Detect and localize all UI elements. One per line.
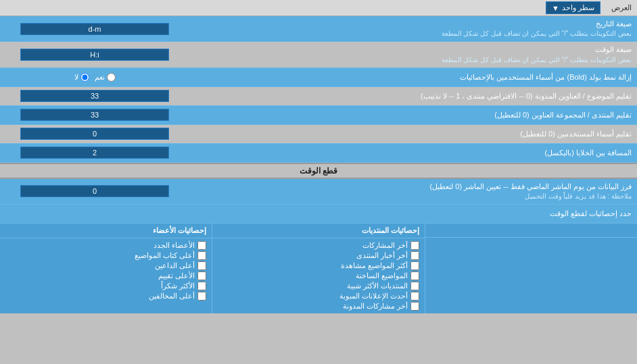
list-item: أكثر المواضيع مشاهدة bbox=[218, 261, 419, 270]
radio-no-label[interactable]: لا bbox=[74, 73, 89, 82]
list-item: أخر مشاركات المدونة bbox=[218, 302, 419, 311]
usernames-input-cell bbox=[0, 126, 189, 142]
stats-checkbox[interactable] bbox=[410, 271, 419, 280]
dropdown-label: سطر واحد bbox=[562, 3, 594, 12]
time-format-label: صيغة الوقت بعض التكوينات يتطلب "/" التي … bbox=[189, 42, 637, 67]
stats-col1-items: الأعضاء الجددأعلى كتاب المواضيعأعلى الدا… bbox=[0, 238, 212, 303]
stats-limit-label: حدد إحصائيات لقطع الوقت bbox=[0, 207, 637, 221]
stats-col2: إحصائيات المنتديات آخر المشاركاتأخر أخبا… bbox=[212, 224, 424, 313]
date-format-row: صيغة التاريخ بعض التكوينات يتطلب "/" الت… bbox=[0, 16, 637, 42]
time-format-input[interactable] bbox=[20, 49, 169, 61]
stats-col3-empty bbox=[425, 224, 637, 313]
radio-no[interactable] bbox=[80, 73, 89, 82]
topics-forum-label: تقليم الموضوع / العناوين المدونة (0 -- ا… bbox=[189, 88, 637, 104]
usernames-row: تقليم أسماء المستخدمين (0 للتعطيل) bbox=[0, 125, 637, 144]
list-item: الأعلى تقييم bbox=[5, 271, 206, 280]
stats-checkbox[interactable] bbox=[410, 302, 419, 311]
cutoff-label: فرز البيانات من يوم الماشر الماضي فقط --… bbox=[189, 179, 637, 204]
cutoff-section-header: قطع الوقت bbox=[0, 163, 637, 179]
date-format-input[interactable] bbox=[20, 23, 169, 35]
stats-checkbox[interactable] bbox=[410, 292, 419, 301]
cutoff-row: فرز البيانات من يوم الماشر الماضي فقط --… bbox=[0, 179, 637, 205]
stats-checkbox[interactable] bbox=[410, 261, 419, 270]
list-item: آخر المشاركات bbox=[218, 241, 419, 250]
stats-section-headers: إحصائيات المنتديات آخر المشاركاتأخر أخبا… bbox=[0, 224, 637, 313]
list-item: المواضيع الساخنة bbox=[218, 271, 419, 280]
stats-checkbox[interactable] bbox=[410, 241, 419, 250]
chevron-down-icon: ▼ bbox=[552, 4, 559, 12]
stats-checkbox[interactable] bbox=[197, 251, 206, 260]
stats-col1-header: إحصائيات الأعضاء bbox=[0, 224, 212, 238]
stats-col3-header bbox=[425, 224, 637, 238]
time-format-input-cell bbox=[0, 47, 189, 63]
stats-checkbox[interactable] bbox=[197, 241, 206, 250]
cell-spacing-input-cell bbox=[0, 145, 189, 161]
radio-yes-label[interactable]: نعم bbox=[95, 73, 116, 82]
stats-col2-items: آخر المشاركاتأخر أخبار المنتدىأكثر الموا… bbox=[212, 238, 424, 313]
titles-forum-row: تقليم المنتدى / المجموعة العناوين (0 للت… bbox=[0, 106, 637, 125]
list-item: أعلى المخالفين bbox=[5, 292, 206, 301]
list-item: أعلى الداعين bbox=[5, 261, 206, 270]
cell-spacing-row: المسافة بين الخلايا (بالبكسل) bbox=[0, 144, 637, 163]
stats-checkbox[interactable] bbox=[197, 271, 206, 280]
stats-col1: إحصائيات الأعضاء الأعضاء الجددأعلى كتاب … bbox=[0, 224, 212, 313]
stats-checkbox[interactable] bbox=[410, 282, 419, 290]
topics-forum-input[interactable] bbox=[20, 90, 169, 102]
stats-checkbox[interactable] bbox=[410, 251, 419, 260]
titles-forum-input[interactable] bbox=[20, 109, 169, 121]
list-item: أعلى كتاب المواضيع bbox=[5, 251, 206, 260]
cutoff-input[interactable] bbox=[20, 185, 169, 197]
list-item: الأكثر شكراً bbox=[5, 282, 206, 290]
stats-limit-row: حدد إحصائيات لقطع الوقت bbox=[0, 205, 637, 224]
usernames-input[interactable] bbox=[20, 128, 169, 140]
titles-forum-label: تقليم المنتدى / المجموعة العناوين (0 للت… bbox=[189, 107, 637, 123]
cutoff-section-title: قطع الوقت bbox=[0, 164, 637, 178]
date-format-input-cell bbox=[0, 21, 189, 37]
stats-checkbox[interactable] bbox=[197, 282, 206, 290]
display-dropdown[interactable]: سطر واحد ▼ bbox=[546, 1, 600, 14]
stats-checkbox[interactable] bbox=[197, 292, 206, 301]
topics-forum-input-cell bbox=[0, 88, 189, 104]
list-item: أخر أخبار المنتدى bbox=[218, 251, 419, 260]
section-label: العرض bbox=[606, 1, 637, 14]
stats-checkbox[interactable] bbox=[197, 261, 206, 270]
radio-yes[interactable] bbox=[107, 73, 116, 82]
cell-spacing-input[interactable] bbox=[20, 147, 169, 159]
usernames-label: تقليم أسماء المستخدمين (0 للتعطيل) bbox=[189, 126, 637, 142]
list-item: الأعضاء الجدد bbox=[5, 241, 206, 250]
cell-spacing-label: المسافة بين الخلايا (بالبكسل) bbox=[189, 145, 637, 161]
bold-remove-label: إزالة نمط بولد (Bold) من أسماء المستخدمي… bbox=[189, 70, 637, 85]
date-format-label: صيغة التاريخ بعض التكوينات يتطلب "/" الت… bbox=[189, 16, 637, 41]
bold-remove-radio-cell: نعم لا bbox=[0, 69, 189, 86]
topics-forum-row: تقليم الموضوع / العناوين المدونة (0 -- ا… bbox=[0, 87, 637, 106]
bold-remove-row: إزالة نمط بولد (Bold) من أسماء المستخدمي… bbox=[0, 68, 637, 87]
bold-radio-group: نعم لا bbox=[69, 71, 121, 84]
cutoff-input-cell bbox=[0, 183, 189, 199]
stats-col2-header: إحصائيات المنتديات bbox=[212, 224, 424, 238]
time-format-row: صيغة الوقت بعض التكوينات يتطلب "/" التي … bbox=[0, 42, 637, 68]
list-item: أحدث الإعلانات المبوبة bbox=[218, 292, 419, 301]
list-item: المنتديات الأكثر شبية bbox=[218, 282, 419, 290]
titles-forum-input-cell bbox=[0, 107, 189, 123]
top-header: العرض سطر واحد ▼ bbox=[0, 0, 637, 16]
